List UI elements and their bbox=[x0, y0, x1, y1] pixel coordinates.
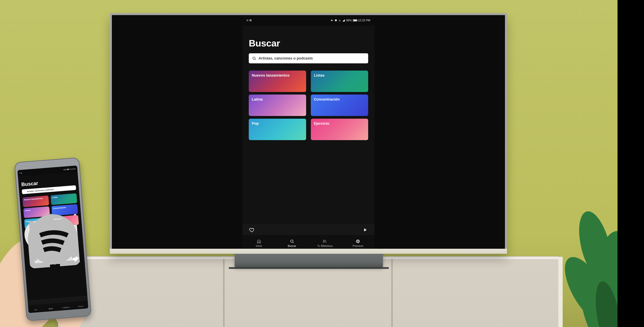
mini-player[interactable] bbox=[242, 225, 374, 235]
tile-latina[interactable]: Latina bbox=[249, 94, 306, 116]
data-icon bbox=[338, 19, 341, 22]
library-icon bbox=[323, 239, 327, 244]
search-bar[interactable]: Artistas, canciones o podcasts bbox=[249, 53, 368, 63]
nav-label: Inicio bbox=[256, 245, 262, 248]
tile-label: Listas bbox=[314, 73, 365, 78]
tile-label: Pop bbox=[252, 121, 303, 126]
play-icon[interactable] bbox=[362, 227, 368, 233]
tile-listas[interactable]: Listas bbox=[311, 70, 368, 92]
mute-icon bbox=[331, 19, 334, 22]
search-icon bbox=[290, 239, 294, 244]
spotify-icon bbox=[356, 239, 360, 244]
app-screen-phone-inner: N 99% 12:32 PM Buscar bbox=[17, 165, 88, 313]
battery-percent: 99% bbox=[346, 19, 352, 22]
spotify-icon bbox=[79, 303, 82, 305]
status-dot-icon bbox=[247, 19, 248, 21]
svg-line-3 bbox=[293, 242, 294, 243]
tile-label: Latina bbox=[252, 97, 303, 102]
alarm-icon bbox=[334, 19, 338, 22]
heart-icon[interactable] bbox=[249, 227, 254, 233]
living-room-photo: N 99% 12:32 PM bbox=[0, 0, 618, 327]
tv-stand bbox=[234, 253, 383, 267]
tile-concentracion[interactable]: Concentración bbox=[311, 94, 368, 116]
nav-label: Tu Biblioteca bbox=[317, 245, 333, 248]
nav-label: Premium bbox=[352, 245, 363, 248]
nav-label: Buscar bbox=[288, 245, 296, 248]
signal-icon bbox=[342, 19, 345, 22]
tile-label: Concentración bbox=[314, 97, 365, 102]
battery-icon bbox=[353, 19, 357, 22]
page-body: Buscar Artistas, canciones o podcasts Nu… bbox=[242, 26, 374, 225]
clock: 12:32 PM bbox=[358, 19, 370, 22]
svg-point-0 bbox=[253, 57, 255, 59]
search-placeholder: Artistas, canciones o podcasts bbox=[258, 56, 313, 60]
letterbox-right bbox=[618, 0, 644, 327]
tv-screen: N 99% 12:32 PM bbox=[112, 15, 505, 252]
category-grid: Nuevos lanzamientos Listas Latina Concen… bbox=[249, 70, 368, 135]
svg-point-2 bbox=[290, 240, 293, 243]
home-icon bbox=[257, 239, 261, 244]
tv-mirrored-app: N 99% 12:32 PM bbox=[242, 15, 374, 252]
svg-line-1 bbox=[255, 59, 256, 60]
tile-pop[interactable]: Pop bbox=[249, 119, 306, 140]
tile-label: Nuevos lanzamientos bbox=[252, 73, 303, 78]
tv-bezel bbox=[110, 249, 507, 254]
search-icon bbox=[252, 56, 256, 60]
tv-frame: N 99% 12:32 PM bbox=[110, 13, 507, 254]
status-bar: N 99% 12:32 PM bbox=[242, 15, 374, 26]
scene-root: N 99% 12:32 PM bbox=[0, 0, 644, 327]
notification-letter: N bbox=[250, 19, 252, 22]
app-screen-phone: N 99% 12:32 PM Buscar bbox=[17, 165, 88, 313]
nav-premium[interactable]: Premium bbox=[73, 301, 88, 310]
tile-nuevos-lanzamientos[interactable]: Nuevos lanzamientos bbox=[249, 70, 306, 92]
app-screen-tv: N 99% 12:32 PM bbox=[242, 15, 374, 252]
tile-label: Ejercicio bbox=[314, 121, 365, 126]
page-title: Buscar bbox=[249, 38, 368, 49]
tile-ejercicio[interactable]: Ejercicio bbox=[311, 119, 368, 140]
